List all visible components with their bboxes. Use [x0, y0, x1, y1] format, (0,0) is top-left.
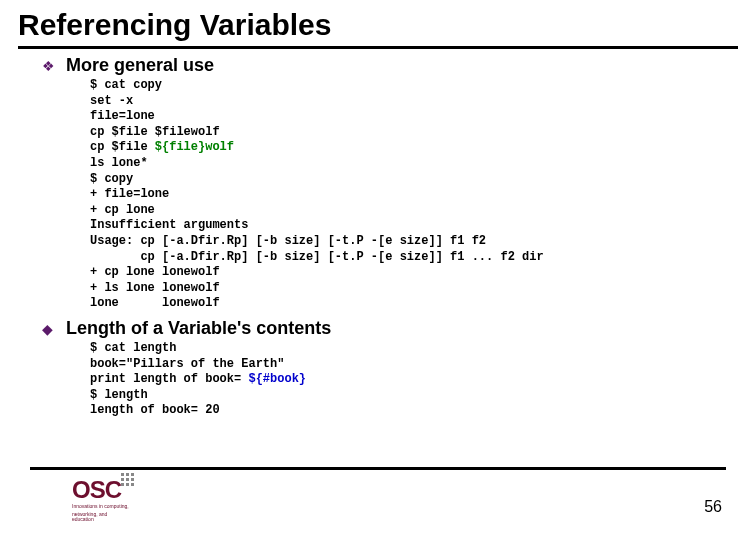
code-line: Usage: cp [-a.Dfir.Rp] [-b size] [-t.P -…	[90, 234, 486, 248]
code-line: $ length	[90, 388, 148, 402]
code-line: + cp lone	[90, 203, 155, 217]
section-heading-1-text: More general use	[66, 55, 214, 76]
code-block-1: $ cat copy set -x file=lone cp $file $fi…	[42, 78, 714, 312]
page-title: Referencing Variables	[0, 0, 756, 46]
code-line: cp $file ${file}wolf	[90, 140, 234, 154]
logo-tagline-1: Innovations in computing,	[72, 504, 130, 510]
code-line: + cp lone lonewolf	[90, 265, 220, 279]
code-line: $ cat copy	[90, 78, 162, 92]
osc-logo: OSC Innovations in computing, networking…	[72, 478, 130, 526]
section-heading-1: ❖ More general use	[42, 55, 714, 76]
slide: Referencing Variables ❖ More general use…	[0, 0, 756, 540]
highlighted-syntax: ${file}wolf	[155, 140, 234, 154]
code-line: lone lonewolf	[90, 296, 220, 310]
code-line: $ copy	[90, 172, 133, 186]
content-area: ❖ More general use $ cat copy set -x fil…	[0, 55, 756, 419]
code-line: book="Pillars of the Earth"	[90, 357, 284, 371]
logo-dots-icon	[121, 473, 134, 486]
code-line: cp $file $filewolf	[90, 125, 220, 139]
diamond-outline-icon: ❖	[42, 59, 58, 73]
code-line: + ls lone lonewolf	[90, 281, 220, 295]
footer-divider	[30, 467, 726, 470]
code-line: + file=lone	[90, 187, 169, 201]
code-line: length of book= 20	[90, 403, 220, 417]
title-underline	[18, 46, 738, 49]
diamond-solid-icon: ◆	[42, 322, 58, 336]
section-heading-2: ◆ Length of a Variable's contents	[42, 318, 714, 339]
code-line: print length of book= ${#book}	[90, 372, 306, 386]
code-line: set -x	[90, 94, 133, 108]
highlighted-syntax: ${#book}	[248, 372, 306, 386]
logo-tagline-2: networking, and education	[72, 512, 130, 523]
code-line: file=lone	[90, 109, 155, 123]
code-line: cp [-a.Dfir.Rp] [-b size] [-t.P -[e size…	[90, 250, 544, 264]
page-number: 56	[704, 498, 722, 516]
code-block-2: $ cat length book="Pillars of the Earth"…	[42, 341, 714, 419]
code-line: $ cat length	[90, 341, 176, 355]
code-line: ls lone*	[90, 156, 148, 170]
code-line: Insufficient arguments	[90, 218, 248, 232]
section-heading-2-text: Length of a Variable's contents	[66, 318, 331, 339]
